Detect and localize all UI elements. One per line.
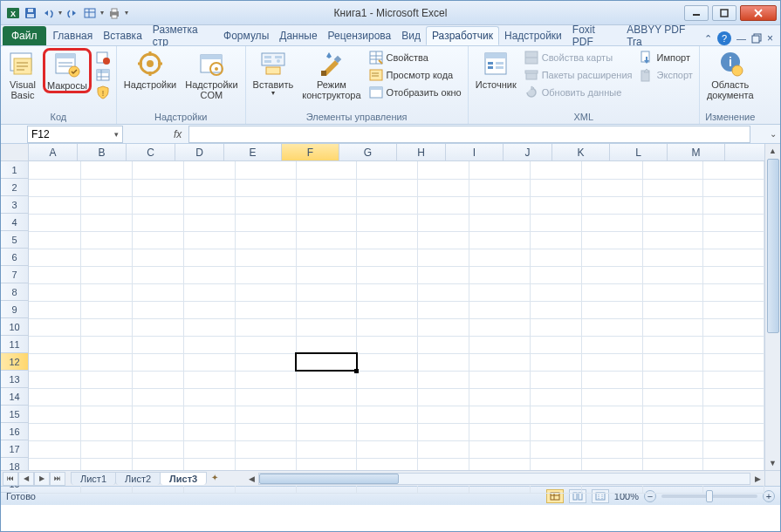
insert-controls-button[interactable]: Вставить ▾ [250,48,298,99]
zoom-slider[interactable] [661,494,757,498]
sheet-nav-first-icon[interactable]: ⏮ [3,472,18,486]
sheet-tab[interactable]: Лист3 [160,472,207,485]
column-header[interactable]: D [175,144,224,160]
row-header[interactable]: 2 [1,179,28,196]
name-box[interactable]: F12 ▾ [27,126,123,143]
close-button[interactable] [740,5,777,21]
redo-icon[interactable] [65,6,79,20]
row-header[interactable]: 9 [1,301,28,318]
ribbon-minimize-icon[interactable]: ⌃ [704,33,712,44]
tab-формулы[interactable]: Формулы [218,26,274,45]
row-header[interactable]: 14 [1,388,28,406]
row-header[interactable]: 11 [1,336,28,353]
column-header[interactable]: G [339,144,397,160]
row-header[interactable]: 10 [1,318,28,336]
tab-вид[interactable]: Вид [396,26,426,45]
scroll-up-icon[interactable]: ▲ [765,144,780,158]
zoom-slider-thumb[interactable] [706,490,713,502]
visual-basic-button[interactable]: Visual Basic [4,48,41,102]
record-macro-button[interactable] [93,50,113,65]
zoom-in-button[interactable]: + [763,490,775,502]
row-header[interactable]: 1 [1,161,28,179]
tab-разметка-стр[interactable]: Разметка стр [147,26,218,45]
mdi-minimize-icon[interactable]: — [736,33,746,44]
tab-abbyy-pdf-tra[interactable]: ABBYY PDF Tra [621,26,704,45]
column-header[interactable]: I [446,144,504,160]
com-addins-button[interactable]: Надстройки COM [182,48,241,102]
vertical-scrollbar[interactable]: ▲ ▼ [764,144,780,470]
column-header[interactable]: M [668,144,725,160]
addins-button[interactable]: Надстройки [120,48,180,92]
row-header[interactable]: 3 [1,196,28,214]
column-header[interactable]: J [504,144,552,160]
qat-customize-icon[interactable]: ▾ [125,9,128,17]
column-header[interactable]: F [282,144,339,160]
horizontal-scrollbar[interactable]: ◀ ▶ [244,472,764,486]
tab-надстройки[interactable]: Надстройки [499,26,567,45]
row-header[interactable]: 8 [1,283,28,301]
column-header[interactable]: H [397,144,446,160]
row-header[interactable]: 17 [1,440,28,458]
undo-dropdown-icon[interactable]: ▾ [58,9,62,17]
xml-source-button[interactable]: Источник [472,48,520,92]
tab-file[interactable]: Файл [3,26,46,45]
minimize-button[interactable] [684,5,709,21]
scroll-down-icon[interactable]: ▼ [765,456,780,470]
column-header[interactable]: B [78,144,127,160]
row-header[interactable]: 5 [1,231,28,249]
save-icon[interactable] [24,6,38,20]
column-header[interactable]: A [29,144,78,160]
formula-bar-expand-icon[interactable]: ⌄ [766,129,780,139]
design-mode-button[interactable]: Режим конструктора [298,48,364,102]
undo-icon[interactable] [41,6,55,20]
row-header[interactable]: 7 [1,266,28,283]
fx-icon[interactable]: fx [174,128,182,140]
scroll-left-icon[interactable]: ◀ [244,472,258,486]
sheet-nav-next-icon[interactable]: ▶ [34,472,50,486]
maximize-button[interactable] [712,5,736,21]
sheet-tab[interactable]: Лист2 [115,472,161,485]
formula-input[interactable] [188,126,750,143]
tab-данные[interactable]: Данные [274,26,322,45]
horizontal-scroll-thumb[interactable] [259,474,399,484]
name-box-dropdown-icon[interactable]: ▾ [114,130,119,139]
tab-рецензирова[interactable]: Рецензирова [323,26,397,45]
qat-print-icon[interactable] [107,6,121,20]
column-header[interactable]: C [127,144,175,160]
vertical-scroll-thumb[interactable] [767,159,779,333]
column-header[interactable]: E [224,144,282,160]
mdi-restore-icon[interactable] [751,33,762,44]
tab-разработчик[interactable]: Разработчик [426,26,499,45]
tab-главная[interactable]: Главная [48,26,99,45]
run-dialog-button[interactable]: Отобразить окно [367,85,464,100]
use-relative-refs-button[interactable] [93,67,113,83]
macros-button[interactable]: Макросы [43,48,92,93]
tab-foxit-pdf[interactable]: Foxit PDF [567,26,621,45]
row-header[interactable]: 13 [1,371,28,388]
qat-item-icon[interactable] [83,6,97,20]
new-sheet-icon[interactable]: ✦ [211,473,227,485]
row-header[interactable]: 12 [1,353,28,371]
tab-вставка[interactable]: Вставка [98,26,147,45]
select-all-button[interactable] [1,144,29,161]
cells-area[interactable] [29,161,764,470]
row-header[interactable]: 4 [1,214,28,231]
sheet-nav-prev-icon[interactable]: ◀ [18,472,34,486]
sheet-tab[interactable]: Лист1 [71,472,116,485]
scroll-right-icon[interactable]: ▶ [750,472,764,486]
view-code-button[interactable]: Просмотр кода [367,67,464,83]
column-header[interactable]: K [552,144,610,160]
row-header[interactable]: 16 [1,423,28,440]
qat-dropdown-icon[interactable]: ▾ [100,9,104,17]
row-header[interactable]: 6 [1,249,28,266]
mdi-close-icon[interactable]: × [767,32,773,44]
sheet-nav-last-icon[interactable]: ⏭ [50,472,65,486]
selected-cell[interactable] [296,353,357,371]
xml-import-button[interactable]: Импорт [637,50,695,65]
row-header[interactable]: 15 [1,406,28,423]
document-panel-button[interactable]: i Область документа [703,48,757,102]
properties-button[interactable]: Свойства [367,50,464,65]
help-icon[interactable]: ? [717,31,731,45]
column-header[interactable]: L [610,144,668,160]
macro-security-button[interactable]: ! [93,85,113,100]
